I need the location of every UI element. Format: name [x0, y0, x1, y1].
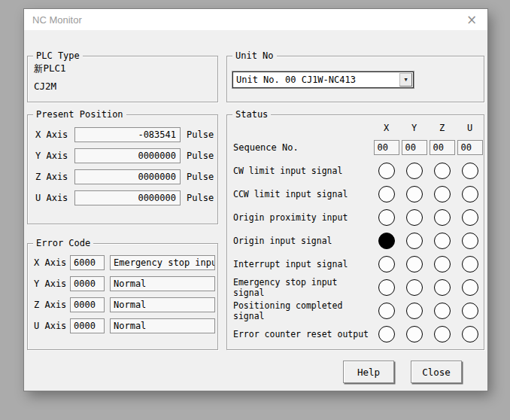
indicator-circle — [434, 303, 451, 319]
indicator-circle — [462, 326, 478, 342]
axis-label: U Axis — [35, 193, 74, 203]
unit-no-group: Unit No Unit No. 00 CJ1W-NC413 ▼ — [226, 56, 484, 102]
sequence-value-y: 00 — [402, 140, 427, 155]
axis-label: Z Axis — [34, 300, 70, 310]
status-column-header: X Y Z U — [227, 120, 484, 136]
present-position-group: Present Position X Axis -083541 Pulse Y … — [27, 114, 218, 224]
position-row-u: U Axis 0000000 Pulse — [28, 187, 217, 208]
indicator-circle — [434, 326, 451, 342]
unit-label: Pulse — [187, 129, 214, 140]
position-row-z: Z Axis 0000000 Pulse — [28, 166, 217, 187]
signal-label: Origin proximity input — [233, 212, 372, 223]
axis-label: U Axis — [34, 321, 70, 331]
error-row-u: U Axis 0000 Normal — [28, 315, 217, 336]
unit-label: Pulse — [187, 172, 214, 182]
indicator-circle — [434, 209, 451, 226]
position-row-y: Y Axis 0000000 Pulse — [28, 145, 217, 166]
sequence-no-row: Sequence No. 00 00 00 00 — [227, 136, 484, 159]
error-desc-y: Normal — [110, 276, 215, 291]
status-group: Status X Y Z U Sequence No. 00 00 — [226, 114, 484, 350]
signal-label: Origin input signal — [233, 236, 372, 246]
unit-no-label: Unit No — [232, 50, 277, 62]
titlebar[interactable]: NC Monitor × — [24, 9, 487, 30]
signal-label: Interrupt input signal — [233, 259, 372, 269]
window-title: NC Monitor — [32, 14, 82, 26]
plc-model: CJ2M — [34, 80, 217, 93]
plc-name: 新PLC1 — [34, 62, 217, 75]
column-u: U — [467, 123, 472, 133]
error-desc-x: Emergency stop inpu — [110, 255, 215, 270]
indicator-circle — [434, 233, 451, 249]
indicator-circle — [378, 163, 395, 179]
error-code-value-y: 0000 — [70, 276, 105, 291]
signal-row-origin-input: Origin input signal — [227, 229, 484, 252]
indicator-circle — [462, 233, 478, 249]
signal-row-positioning-completed: Positioning completed signal — [227, 299, 484, 322]
indicator-circle — [462, 256, 478, 272]
column-z: Z — [439, 123, 445, 133]
unit-no-selected-value: Unit No. 00 CJ1W-NC413 — [233, 75, 399, 85]
axis-label: X Axis — [35, 129, 74, 140]
axis-label: X Axis — [34, 257, 70, 268]
indicator-circle — [378, 256, 395, 272]
error-row-z: Z Axis 0000 Normal — [28, 294, 217, 315]
error-desc-u: Normal — [110, 318, 215, 333]
indicator-circle — [406, 279, 423, 296]
signal-label: CW limit input signal — [233, 166, 372, 176]
column-x: X — [384, 123, 389, 133]
signal-row-origin-proximity: Origin proximity input — [227, 205, 484, 229]
signal-row-error-counter-reset: Error counter reset output — [227, 322, 484, 345]
indicator-circle — [406, 186, 423, 202]
error-code-value-z: 0000 — [70, 297, 105, 312]
signal-row-emergency-stop: Emergency stop input signal — [227, 275, 484, 299]
close-button[interactable]: Close — [411, 361, 462, 383]
sequence-value-z: 00 — [430, 140, 455, 155]
error-code-label: Error Code — [33, 238, 93, 249]
position-row-x: X Axis -083541 Pulse — [28, 124, 217, 145]
indicator-circle — [378, 209, 395, 226]
error-code-value-u: 0000 — [70, 318, 105, 333]
indicator-circle — [378, 326, 395, 342]
indicator-circle — [434, 163, 451, 179]
nc-monitor-dialog: NC Monitor × PLC Type 新PLC1 CJ2M Unit No… — [24, 9, 487, 391]
plc-type-label: PLC Type — [33, 50, 83, 62]
signal-row-ccw-limit: CCW limit input signal — [227, 182, 484, 205]
indicator-circle — [378, 303, 395, 319]
indicator-circle — [462, 303, 478, 319]
plc-type-group: PLC Type 新PLC1 CJ2M — [27, 56, 218, 102]
help-button[interactable]: Help — [343, 361, 394, 383]
error-row-x: X Axis 6000 Emergency stop inpu — [28, 252, 217, 273]
indicator-circle — [406, 233, 423, 249]
indicator-circle — [406, 326, 423, 342]
indicator-circle — [378, 233, 395, 249]
status-label: Status — [232, 109, 271, 120]
signal-label: CCW limit input signal — [233, 189, 372, 199]
present-position-label: Present Position — [33, 109, 126, 120]
desktop-background: NC Monitor × PLC Type 新PLC1 CJ2M Unit No… — [0, 0, 510, 420]
axis-label: Z Axis — [35, 172, 74, 182]
indicator-circle — [462, 209, 478, 226]
sequence-value-u: 00 — [457, 140, 483, 155]
error-code-group: Error Code X Axis 6000 Emergency stop in… — [27, 243, 218, 350]
column-y: Y — [411, 123, 417, 133]
unit-no-select[interactable]: Unit No. 00 CJ1W-NC413 ▼ — [232, 72, 414, 88]
close-icon[interactable]: × — [459, 9, 484, 30]
indicator-circle — [462, 279, 478, 296]
signal-label: Emergency stop input signal — [233, 277, 372, 298]
position-value-x: -083541 — [74, 127, 181, 142]
indicator-circle — [462, 163, 478, 179]
signal-row-cw-limit: CW limit input signal — [227, 159, 484, 182]
position-value-y: 0000000 — [74, 148, 181, 163]
indicator-circle — [434, 186, 451, 202]
sequence-value-x: 00 — [374, 140, 399, 155]
chevron-down-icon[interactable]: ▼ — [399, 73, 412, 87]
position-value-z: 0000000 — [74, 169, 181, 184]
indicator-circle — [406, 303, 423, 319]
signal-row-interrupt: Interrupt input signal — [227, 252, 484, 275]
position-value-u: 0000000 — [74, 190, 181, 205]
indicator-circle — [378, 186, 395, 202]
unit-label: Pulse — [187, 193, 214, 203]
axis-label: Y Axis — [34, 278, 70, 289]
error-code-value-x: 6000 — [70, 255, 105, 270]
axis-label: Y Axis — [35, 151, 74, 161]
